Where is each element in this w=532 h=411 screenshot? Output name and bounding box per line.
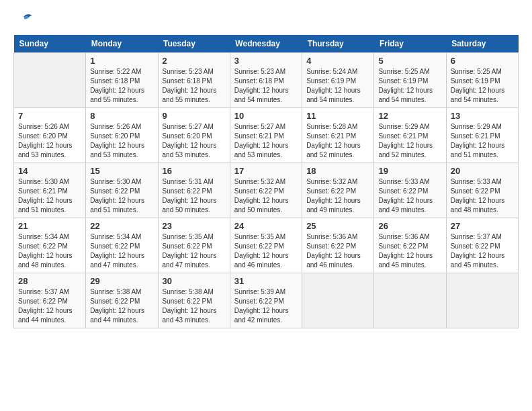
calendar-cell — [302, 273, 374, 328]
day-info: Sunrise: 5:35 AM Sunset: 6:22 PM Dayligh… — [163, 232, 226, 270]
calendar-cell: 9Sunrise: 5:27 AM Sunset: 6:20 PM Daylig… — [158, 108, 230, 163]
day-number: 3 — [234, 56, 298, 66]
day-info: Sunrise: 5:32 AM Sunset: 6:22 PM Dayligh… — [234, 177, 298, 215]
calendar-cell: 18Sunrise: 5:32 AM Sunset: 6:22 PM Dayli… — [302, 163, 374, 218]
day-info: Sunrise: 5:34 AM Sunset: 6:22 PM Dayligh… — [90, 232, 153, 270]
day-info: Sunrise: 5:33 AM Sunset: 6:22 PM Dayligh… — [451, 177, 514, 215]
day-info: Sunrise: 5:23 AM Sunset: 6:18 PM Dayligh… — [163, 67, 226, 105]
calendar-cell: 3Sunrise: 5:23 AM Sunset: 6:18 PM Daylig… — [230, 53, 302, 108]
calendar-cell: 26Sunrise: 5:36 AM Sunset: 6:22 PM Dayli… — [374, 218, 446, 273]
day-number: 12 — [378, 111, 441, 121]
calendar-cell: 12Sunrise: 5:29 AM Sunset: 6:21 PM Dayli… — [374, 108, 446, 163]
calendar-cell — [446, 273, 518, 328]
day-info: Sunrise: 5:34 AM Sunset: 6:22 PM Dayligh… — [18, 232, 81, 270]
day-number: 13 — [451, 111, 514, 121]
calendar-cell: 15Sunrise: 5:30 AM Sunset: 6:22 PM Dayli… — [86, 163, 158, 218]
calendar-cell: 16Sunrise: 5:31 AM Sunset: 6:22 PM Dayli… — [158, 163, 230, 218]
calendar-day-header: Saturday — [446, 35, 518, 53]
logo — [13, 13, 35, 28]
calendar-cell: 7Sunrise: 5:26 AM Sunset: 6:20 PM Daylig… — [14, 108, 86, 163]
calendar-cell: 24Sunrise: 5:35 AM Sunset: 6:22 PM Dayli… — [230, 218, 302, 273]
day-number: 7 — [18, 111, 81, 121]
calendar-week-row: 28Sunrise: 5:37 AM Sunset: 6:22 PM Dayli… — [14, 273, 519, 328]
calendar-cell: 29Sunrise: 5:38 AM Sunset: 6:22 PM Dayli… — [86, 273, 158, 328]
day-number: 19 — [378, 166, 441, 176]
calendar-cell: 27Sunrise: 5:37 AM Sunset: 6:22 PM Dayli… — [446, 218, 518, 273]
calendar-cell: 11Sunrise: 5:28 AM Sunset: 6:21 PM Dayli… — [302, 108, 374, 163]
day-info: Sunrise: 5:27 AM Sunset: 6:21 PM Dayligh… — [234, 122, 298, 160]
day-number: 4 — [306, 56, 369, 66]
day-info: Sunrise: 5:37 AM Sunset: 6:22 PM Dayligh… — [451, 232, 514, 270]
day-number: 6 — [451, 56, 514, 66]
calendar-week-row: 21Sunrise: 5:34 AM Sunset: 6:22 PM Dayli… — [14, 218, 519, 273]
calendar-cell: 23Sunrise: 5:35 AM Sunset: 6:22 PM Dayli… — [158, 218, 230, 273]
day-number: 24 — [234, 221, 298, 231]
calendar-cell: 20Sunrise: 5:33 AM Sunset: 6:22 PM Dayli… — [446, 163, 518, 218]
day-info: Sunrise: 5:29 AM Sunset: 6:21 PM Dayligh… — [378, 122, 441, 160]
day-number: 2 — [163, 56, 226, 66]
day-info: Sunrise: 5:24 AM Sunset: 6:19 PM Dayligh… — [306, 67, 369, 105]
calendar-day-header: Tuesday — [158, 35, 230, 53]
calendar-cell: 13Sunrise: 5:29 AM Sunset: 6:21 PM Dayli… — [446, 108, 518, 163]
calendar-cell: 22Sunrise: 5:34 AM Sunset: 6:22 PM Dayli… — [86, 218, 158, 273]
calendar-cell: 14Sunrise: 5:30 AM Sunset: 6:21 PM Dayli… — [14, 163, 86, 218]
calendar-day-header: Friday — [374, 35, 446, 53]
day-number: 9 — [163, 111, 226, 121]
calendar-cell: 31Sunrise: 5:39 AM Sunset: 6:22 PM Dayli… — [230, 273, 302, 328]
day-info: Sunrise: 5:26 AM Sunset: 6:20 PM Dayligh… — [18, 122, 81, 160]
calendar-week-row: 7Sunrise: 5:26 AM Sunset: 6:20 PM Daylig… — [14, 108, 519, 163]
calendar-cell: 17Sunrise: 5:32 AM Sunset: 6:22 PM Dayli… — [230, 163, 302, 218]
calendar-cell: 5Sunrise: 5:25 AM Sunset: 6:19 PM Daylig… — [374, 53, 446, 108]
day-number: 5 — [378, 56, 441, 66]
calendar-day-header: Thursday — [302, 35, 374, 53]
calendar-cell: 4Sunrise: 5:24 AM Sunset: 6:19 PM Daylig… — [302, 53, 374, 108]
calendar-week-row: 1Sunrise: 5:22 AM Sunset: 6:18 PM Daylig… — [14, 53, 519, 108]
calendar-header-row: SundayMondayTuesdayWednesdayThursdayFrid… — [14, 35, 519, 53]
calendar-cell: 19Sunrise: 5:33 AM Sunset: 6:22 PM Dayli… — [374, 163, 446, 218]
day-number: 28 — [18, 276, 81, 286]
day-info: Sunrise: 5:36 AM Sunset: 6:22 PM Dayligh… — [378, 232, 441, 270]
day-info: Sunrise: 5:27 AM Sunset: 6:20 PM Dayligh… — [163, 122, 226, 160]
calendar-cell: 2Sunrise: 5:23 AM Sunset: 6:18 PM Daylig… — [158, 53, 230, 108]
calendar-cell — [14, 53, 86, 108]
day-number: 25 — [306, 221, 369, 231]
page-header — [13, 13, 519, 28]
day-info: Sunrise: 5:32 AM Sunset: 6:22 PM Dayligh… — [306, 177, 369, 215]
day-number: 1 — [90, 56, 153, 66]
day-info: Sunrise: 5:35 AM Sunset: 6:22 PM Dayligh… — [234, 232, 298, 270]
day-number: 10 — [234, 111, 298, 121]
day-info: Sunrise: 5:37 AM Sunset: 6:22 PM Dayligh… — [18, 287, 81, 325]
day-number: 18 — [306, 166, 369, 176]
day-info: Sunrise: 5:23 AM Sunset: 6:18 PM Dayligh… — [234, 67, 298, 105]
day-number: 29 — [90, 276, 153, 286]
day-info: Sunrise: 5:33 AM Sunset: 6:22 PM Dayligh… — [378, 177, 441, 215]
day-info: Sunrise: 5:38 AM Sunset: 6:22 PM Dayligh… — [90, 287, 153, 325]
calendar-cell: 30Sunrise: 5:38 AM Sunset: 6:22 PM Dayli… — [158, 273, 230, 328]
day-number: 22 — [90, 221, 153, 231]
calendar-cell: 21Sunrise: 5:34 AM Sunset: 6:22 PM Dayli… — [14, 218, 86, 273]
day-info: Sunrise: 5:26 AM Sunset: 6:20 PM Dayligh… — [90, 122, 153, 160]
day-number: 30 — [163, 276, 226, 286]
calendar-day-header: Monday — [86, 35, 158, 53]
day-number: 17 — [234, 166, 298, 176]
calendar-cell: 6Sunrise: 5:25 AM Sunset: 6:19 PM Daylig… — [446, 53, 518, 108]
day-info: Sunrise: 5:28 AM Sunset: 6:21 PM Dayligh… — [306, 122, 369, 160]
day-info: Sunrise: 5:22 AM Sunset: 6:18 PM Dayligh… — [90, 67, 153, 105]
day-info: Sunrise: 5:31 AM Sunset: 6:22 PM Dayligh… — [163, 177, 226, 215]
day-number: 23 — [163, 221, 226, 231]
calendar-day-header: Sunday — [14, 35, 86, 53]
day-number: 31 — [234, 276, 298, 286]
day-info: Sunrise: 5:38 AM Sunset: 6:22 PM Dayligh… — [163, 287, 226, 325]
day-number: 26 — [378, 221, 441, 231]
day-number: 27 — [451, 221, 514, 231]
calendar-cell — [374, 273, 446, 328]
day-number: 11 — [306, 111, 369, 121]
day-info: Sunrise: 5:25 AM Sunset: 6:19 PM Dayligh… — [451, 67, 514, 105]
day-info: Sunrise: 5:30 AM Sunset: 6:22 PM Dayligh… — [90, 177, 153, 215]
calendar-table: SundayMondayTuesdayWednesdayThursdayFrid… — [13, 35, 519, 328]
logo-bird-icon — [15, 13, 34, 28]
calendar-cell: 10Sunrise: 5:27 AM Sunset: 6:21 PM Dayli… — [230, 108, 302, 163]
day-number: 20 — [451, 166, 514, 176]
day-number: 14 — [18, 166, 81, 176]
calendar-cell: 28Sunrise: 5:37 AM Sunset: 6:22 PM Dayli… — [14, 273, 86, 328]
